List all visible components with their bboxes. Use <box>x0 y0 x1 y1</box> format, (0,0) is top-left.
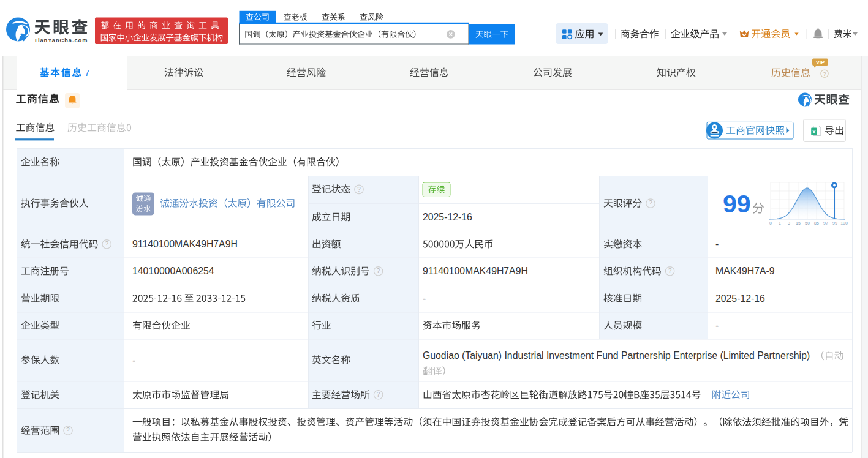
svg-text:7: 7 <box>85 68 89 78</box>
svg-text:-: - <box>715 239 719 249</box>
svg-text:2025-12-16: 2025-12-16 <box>423 212 472 222</box>
svg-text:-: - <box>423 293 426 304</box>
svg-text:MAK49H7A-9: MAK49H7A-9 <box>715 266 775 276</box>
svg-text:85: 85 <box>814 221 819 225</box>
svg-text:100: 100 <box>840 221 848 225</box>
svg-text:-: - <box>715 320 719 331</box>
svg-text:3: 3 <box>788 221 790 225</box>
svg-text:15: 15 <box>796 221 801 225</box>
svg-text:?: ? <box>357 186 361 193</box>
svg-text:?: ? <box>668 268 672 274</box>
svg-text:2025-12-16: 2025-12-16 <box>715 293 765 304</box>
svg-text:91140100MAK49H7A9H: 91140100MAK49H7A9H <box>423 266 528 276</box>
svg-text:?: ? <box>377 391 380 398</box>
svg-text:?: ? <box>649 200 652 206</box>
svg-text:x: x <box>812 128 816 135</box>
svg-text:14010000A006254: 14010000A006254 <box>132 266 214 276</box>
svg-text:?: ? <box>66 427 70 434</box>
svg-text:1: 1 <box>779 221 781 225</box>
svg-text:?: ? <box>823 71 826 77</box>
svg-text:Guodiao (Taiyuan) Industrial I: Guodiao (Taiyuan) Industrial Investment … <box>423 350 810 361</box>
svg-text:50: 50 <box>805 221 810 225</box>
svg-text:VIP: VIP <box>816 59 825 66</box>
svg-text:?: ? <box>377 268 380 274</box>
svg-text:0: 0 <box>769 221 772 225</box>
svg-text:99: 99 <box>723 190 751 218</box>
svg-text:TianYanCha.com: TianYanCha.com <box>34 37 88 43</box>
svg-text:91140100MAK49H7A9H: 91140100MAK49H7A9H <box>132 239 238 249</box>
svg-text:-: - <box>132 355 135 366</box>
svg-text:99: 99 <box>832 221 837 225</box>
svg-text:?: ? <box>105 241 108 247</box>
svg-text:97: 97 <box>823 221 828 225</box>
